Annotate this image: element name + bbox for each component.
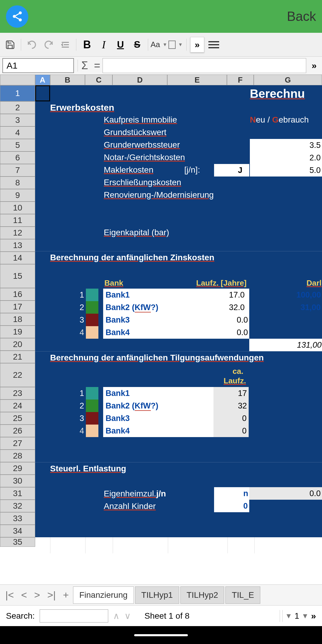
col-header-a[interactable]: A [35, 75, 50, 85]
save-button[interactable] [3, 38, 17, 52]
row-header[interactable]: 32 [0, 500, 35, 512]
cell-value: 0 [242, 414, 247, 423]
row-header[interactable]: 4 [0, 126, 35, 139]
row-header[interactable]: 27 [0, 437, 35, 450]
row-header[interactable]: 7 [0, 164, 35, 177]
row-header[interactable]: 1 [0, 85, 35, 101]
row-header[interactable]: 16 [0, 288, 35, 301]
row-header[interactable]: 18 [0, 313, 35, 326]
col-header-e[interactable]: E [167, 75, 227, 85]
first-sheet-button[interactable]: |< [2, 589, 17, 601]
cell-value: 0 [243, 501, 248, 511]
sheet-content[interactable]: Berechnu Erwerbskosten Kaufpreis Immobil… [35, 85, 322, 553]
next-sheet-button[interactable]: > [31, 589, 43, 601]
row-header[interactable]: 23 [0, 387, 35, 400]
row-header[interactable]: 19 [0, 326, 35, 338]
row-header[interactable]: 12 [0, 227, 35, 239]
sheet-tab-active[interactable]: Finanzierung [73, 586, 134, 604]
row-header[interactable]: 33 [0, 512, 35, 525]
undo-button[interactable] [25, 38, 39, 52]
blank-rows[interactable] [35, 537, 322, 553]
formula-expand-button[interactable]: » [309, 61, 320, 71]
search-input[interactable] [40, 609, 108, 623]
search-prev-button[interactable]: ∧ [113, 611, 120, 621]
cell[interactable] [214, 164, 249, 177]
row-header[interactable]: 29 [0, 462, 35, 475]
page-number: 1 [295, 611, 299, 621]
add-sheet-button[interactable]: + [60, 589, 72, 601]
menu-button[interactable] [207, 38, 221, 52]
search-next-button[interactable]: ∨ [124, 611, 131, 621]
dropdown-icon[interactable]: ▼ [302, 612, 309, 620]
row-header[interactable]: 26 [0, 425, 35, 437]
spreadsheet[interactable]: A B C D E F G 1 2 3 4 5 6 7 8 9 10 11 [0, 75, 322, 584]
app-header: Back [0, 0, 322, 33]
dropdown-icon[interactable]: ▼ [285, 612, 292, 620]
col-header-c[interactable]: C [85, 75, 112, 85]
equals-button[interactable]: = [94, 59, 100, 72]
row-header[interactable]: 11 [0, 214, 35, 227]
expand-button[interactable]: » [311, 611, 316, 621]
last-sheet-button[interactable]: >| [44, 589, 59, 601]
sheet-tab[interactable]: TIL_E [225, 586, 260, 604]
home-indicator[interactable] [134, 634, 188, 636]
row-header[interactable]: 14 [0, 252, 35, 264]
sum-button[interactable]: Σ [81, 59, 88, 72]
col-header-d[interactable]: D [112, 75, 167, 85]
bg-color-button[interactable]: ▼ [168, 38, 183, 52]
underline-button[interactable]: U [113, 38, 128, 52]
row-header[interactable]: 2 [0, 101, 35, 114]
row-header[interactable]: 17 [0, 301, 35, 313]
bank-index: 3 [69, 315, 86, 325]
section-header: Erwerbskosten [50, 103, 114, 113]
share-button[interactable] [6, 5, 28, 28]
row-header[interactable]: 10 [0, 202, 35, 214]
strikethrough-button[interactable]: S [130, 38, 144, 52]
more-tools-button[interactable]: » [190, 37, 204, 52]
section-header: Berechnung der anfänglichen Zinskosten [50, 253, 214, 262]
row-header[interactable]: 9 [0, 189, 35, 202]
bold-button[interactable]: B [80, 38, 94, 52]
col-header-g[interactable]: G [254, 75, 322, 85]
row-header[interactable]: 15 [0, 264, 35, 288]
row-header[interactable]: 24 [0, 400, 35, 412]
row-header[interactable]: 35 [0, 537, 35, 547]
separator [76, 39, 76, 51]
col-header-b[interactable]: B [50, 75, 85, 85]
row-header[interactable]: 31 [0, 487, 35, 500]
font-button[interactable]: Aa ▼ [152, 38, 166, 52]
row-header[interactable]: 34 [0, 525, 35, 537]
select-all-corner[interactable] [0, 75, 35, 85]
sheet-tab[interactable]: TILHyp1 [135, 586, 179, 604]
row-header[interactable]: 5 [0, 139, 35, 151]
row-header[interactable]: 28 [0, 450, 35, 462]
cell-value: 17 [238, 389, 247, 398]
table-header: ca. [233, 367, 243, 376]
row-header[interactable]: 6 [0, 151, 35, 164]
redo-button[interactable] [41, 38, 56, 52]
sheet-tab[interactable]: TILHyp2 [180, 586, 225, 604]
divider [35, 351, 322, 352]
row-header[interactable]: 8 [0, 177, 35, 189]
cell-reference-input[interactable]: A1 [2, 58, 74, 73]
row-header[interactable]: 25 [0, 412, 35, 425]
divider [35, 462, 322, 462]
row-header[interactable]: 13 [0, 239, 35, 252]
row-header[interactable]: 22 [0, 363, 35, 387]
col-header-f[interactable]: F [227, 75, 254, 85]
back-button[interactable]: Back [287, 9, 316, 24]
bank-index: 1 [69, 290, 86, 300]
row-header[interactable]: 30 [0, 475, 35, 487]
cell-value: 5.0 [309, 166, 321, 175]
svg-point-1 [13, 15, 16, 18]
row-header[interactable]: 3 [0, 114, 35, 126]
svg-line-4 [16, 17, 19, 19]
outdent-button[interactable] [58, 38, 72, 52]
cell-value: Bank4 [106, 328, 130, 337]
row-header[interactable]: 21 [0, 351, 35, 363]
row-header[interactable]: 20 [0, 338, 35, 351]
italic-button[interactable]: I [97, 38, 111, 52]
prev-sheet-button[interactable]: < [18, 589, 30, 601]
active-cell-cursor [35, 85, 50, 101]
formula-input[interactable] [103, 58, 306, 73]
